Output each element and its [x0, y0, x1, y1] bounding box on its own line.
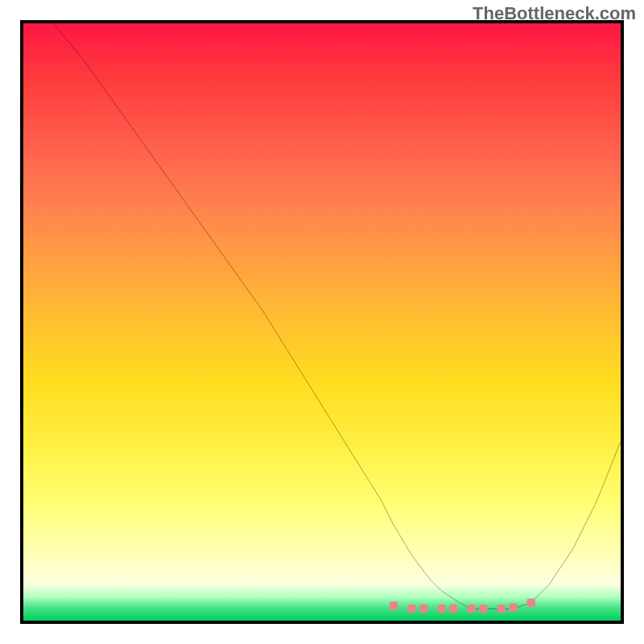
marker-point [527, 599, 535, 607]
marker-point [449, 605, 457, 613]
marker-point [390, 601, 398, 609]
marker-point [479, 605, 487, 613]
low-point-markers [390, 599, 535, 613]
chart-svg-layer [23, 23, 621, 621]
marker-point [437, 605, 445, 613]
marker-point [497, 605, 505, 613]
marker-point [407, 605, 415, 613]
chart-container [20, 20, 624, 624]
marker-point [419, 605, 427, 613]
curve-line [53, 23, 621, 609]
watermark-text: TheBottleneck.com [473, 3, 636, 24]
marker-point [509, 603, 517, 611]
marker-point [467, 605, 475, 613]
